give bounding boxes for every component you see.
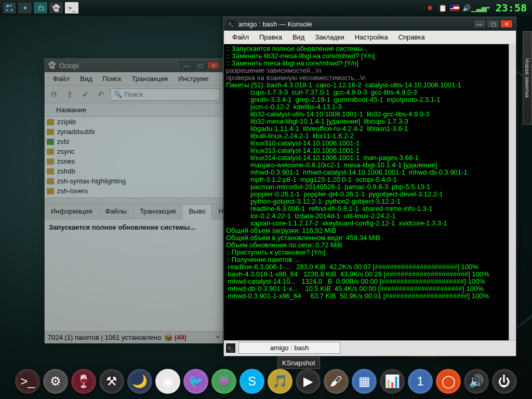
package-row[interactable]: zziplib [45,117,223,127]
menu-item[interactable]: Транзакция [127,73,173,84]
dock-amarok[interactable]: 🎵 [268,369,292,394]
dock-gimp[interactable]: 🖌 [324,369,349,394]
package-row[interactable]: zvbi [45,137,223,147]
package-icon [47,188,54,194]
octopi-close-button[interactable]: ✕ [207,61,220,70]
dock-skype[interactable]: S [240,369,264,394]
terminal-line: gnutls-3.3.4-1 grep-2.19-1 gummiboot-45-… [226,96,514,103]
dock-browser-moon[interactable]: 🌙 [127,369,152,394]
menu-item[interactable]: Файл [227,32,254,43]
dock-ubuntu[interactable]: ◯ [436,369,461,394]
package-name: zsh-syntax-highlighting [57,177,126,185]
network-icon[interactable]: ▁▃▅ [474,3,484,13]
task-octopi[interactable]: 👻 [49,2,63,14]
panel-expand-icon[interactable] [486,7,490,9]
terminal-line: linux310-catalyst-14.10.1006.1001-1 [226,140,514,147]
terminal-output[interactable]: :: Запускается полное обновление системы… [224,44,516,340]
konsole-window: >_ amigo : bash — Konsole — ▢ ✕ ФайлПрав… [223,17,516,356]
tab-Выво[interactable]: Выво [182,205,212,219]
terminal-line: :: Получение пакетов ... [226,256,514,263]
package-icon [47,129,54,135]
menu-item[interactable]: Файл [48,73,75,84]
undo-button[interactable]: ↶ [95,88,107,101]
menu-item[interactable]: Инструме [173,73,214,84]
konsole-minimize-button[interactable]: — [473,20,486,28]
dock-pager[interactable]: 1 [408,369,433,394]
dock-chrome[interactable]: ◉ [155,369,180,394]
menu-item[interactable]: Закладки [310,32,349,43]
konsole-tab-1[interactable]: amigo : bash [238,342,340,354]
dock-settings[interactable]: ⚙ [43,369,68,394]
menu-item[interactable]: Правка [254,32,287,43]
package-row[interactable]: zshdb [45,166,223,176]
terminal-line: mhwd-catalyst-14.10... 1324,0 B 0,00B/s … [226,278,514,285]
kickoff-launcher[interactable] [2,2,17,14]
task-konsole[interactable]: >_ [64,2,79,14]
upgrade-button[interactable]: ⇪ [63,88,76,101]
launcher-2[interactable]: ✦ [18,2,32,14]
update-icon[interactable]: ✸ [425,3,435,13]
terminal-line: xapian-core-1:1.2.17-2 xkeyboard-config-… [226,220,514,227]
panel-clock[interactable]: 23:58 [496,2,527,14]
dock-devtools[interactable]: ⚒ [99,369,124,394]
octopi-titlebar[interactable]: 👻 Octopi — ▢ ✕ [45,59,223,72]
konsole-maximize-button[interactable]: ▢ [487,20,499,28]
status-dropdown-icon[interactable] [216,336,220,339]
package-row[interactable]: zsh-lovers [45,186,223,196]
package-name: zshdb [57,167,75,175]
keyboard-layout-icon[interactable] [450,5,459,11]
dock-audio[interactable]: 🔊 [464,369,489,394]
menu-item[interactable]: Вид [75,73,98,84]
clipboard-icon[interactable]: 📋 [437,3,448,13]
package-row[interactable]: zsnes [45,156,223,166]
octopi-window: 👻 Octopi — ▢ ✕ ФайлВидПоискТранзакцияИнс… [44,58,223,343]
terminal-line: mhwd-0.3.901-1 mhwd-catalyst-14.10.1006.… [226,169,514,176]
octopi-toolbar: ⟳ ⇪ ✔ ↶ 🔍 [45,86,223,103]
package-name: zsh-doc [57,197,81,197]
terminal-scrollbar[interactable] [509,44,516,340]
package-list-header[interactable]: Название [45,103,223,117]
octopi-maximize-button[interactable]: ▢ [194,61,206,70]
terminal-line: libutil-linux-2.24.2-1 libx11-1.6.2-2 [226,132,514,140]
konsole-titlebar[interactable]: >_ amigo : bash — Konsole — ▢ ✕ [224,17,516,31]
panel-top: ✦ 🗀 👻 >_ ✸ 📋 🔊 ▁▃▅ 23:58 [0,0,532,16]
package-row[interactable]: zsh-syntax-highlighting [45,176,223,186]
package-row[interactable]: zynaddsubfx [45,127,223,137]
menu-item[interactable]: Справка [393,32,430,43]
horizontal-scrollbar[interactable] [45,197,223,205]
notes-widget[interactable]: Новая заметка [523,31,532,125]
menu-item[interactable]: Настройка [350,32,393,43]
apply-button[interactable]: ✔ [79,88,91,101]
new-tab-button[interactable]: >_ [226,343,235,353]
search-input[interactable] [124,90,216,98]
konsole-close-button[interactable]: ✕ [500,20,513,28]
tab-Информация[interactable]: Информация [45,205,99,219]
sync-button[interactable]: ⟳ [48,88,60,101]
dock-retroarch[interactable]: 👾 [211,369,236,394]
dock-kdenlive[interactable]: ▶ [296,369,321,394]
package-list[interactable]: zziplibzynaddsubfxzvbizsynczsneszshdbzsh… [45,117,223,197]
dock: >_⚙🍷⚒🌙◉🐦👾S🎵▶🖌▦📊1◯🔊⏻ [13,367,519,396]
dock-monitor[interactable]: 📊 [380,369,405,394]
menu-item[interactable]: Вид [287,32,310,43]
konsole-title: amigo : bash — Konsole [238,20,312,28]
package-icon [47,178,54,184]
volume-icon[interactable]: 🔊 [461,3,472,13]
terminal-line: bash-4.3.018-1-x86_64 1236,8 KiB 43,9K/s… [226,271,514,278]
octopi-minimize-button[interactable]: — [180,61,193,70]
search-box[interactable]: 🔍 [110,88,220,101]
dock-wine[interactable]: 🍷 [71,369,96,394]
task-dolphin[interactable]: 🗀 [33,2,48,14]
dock-power[interactable]: ⏻ [492,369,517,394]
dock-pidgin[interactable]: 🐦 [183,369,208,394]
terminal-line: linux314-catalyst-14.10.1006.1001-1 man-… [226,154,514,162]
terminal-line: readline-6.3.006-1-... 283,0 KiB 42,2K/s… [226,263,514,271]
dock-terminal[interactable]: >_ [15,369,40,394]
tab-Файлы[interactable]: Файлы [99,205,134,219]
package-row[interactable]: zsync [45,147,223,156]
tab-Транзакция[interactable]: Транзакция [134,205,182,219]
dock-taskmgr[interactable]: ▦ [352,369,377,394]
menu-item[interactable]: Поиск [98,73,127,84]
package-icon [47,168,54,175]
terminal-line: python-gobject-3.12.2-1 python2-gobject-… [226,198,514,205]
